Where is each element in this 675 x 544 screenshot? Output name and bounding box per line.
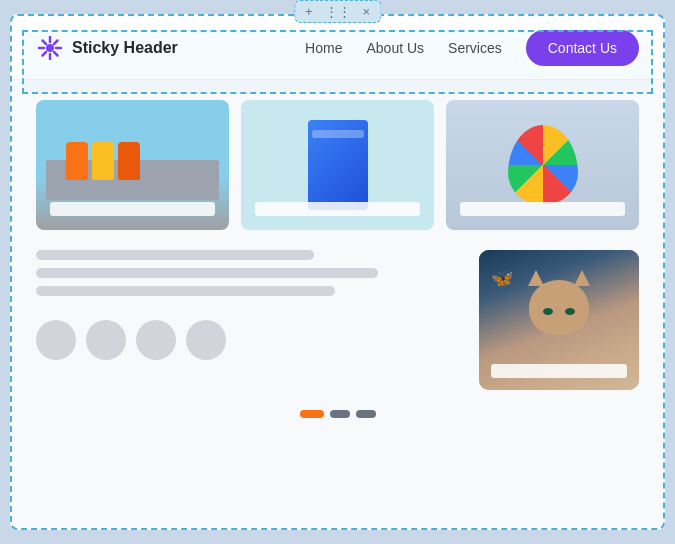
tank-1 (66, 142, 88, 180)
pagination (36, 410, 639, 426)
cat-eye-left (543, 308, 553, 315)
browser-toolbar: + ⋮⋮ × (294, 0, 381, 23)
card-balloon (446, 100, 639, 230)
page-content: 🦋 (12, 80, 663, 528)
pagination-dot-3[interactable] (356, 410, 376, 418)
avatar-3 (136, 320, 176, 360)
contact-button[interactable]: Contact Us (526, 30, 639, 66)
toolbar-plus-icon[interactable]: + (305, 4, 313, 19)
avatar-row (36, 320, 463, 360)
card-blue-box (241, 100, 434, 230)
nav-services[interactable]: Services (448, 40, 502, 56)
pagination-dot-2[interactable] (330, 410, 350, 418)
svg-line-8 (43, 52, 47, 56)
toolbar-grid-icon[interactable]: ⋮⋮ (325, 4, 351, 19)
avatar-1 (36, 320, 76, 360)
card-industrial (36, 100, 229, 230)
cards-row (36, 100, 639, 230)
logo-text: Sticky Header (72, 39, 178, 57)
logo-icon (36, 34, 64, 62)
cat-card: 🦋 (479, 250, 639, 390)
industrial-tanks (66, 142, 140, 180)
nav-links: Home About Us Services (305, 40, 502, 56)
skeleton-line-3 (36, 286, 335, 296)
logo-area: Sticky Header (36, 34, 178, 62)
card-bar-balloon (460, 202, 625, 216)
skeleton-line-1 (36, 250, 314, 260)
skeleton-line-2 (36, 268, 378, 278)
skeleton-lines (36, 250, 463, 296)
avatar-4 (186, 320, 226, 360)
bottom-section: 🦋 (36, 250, 639, 390)
left-content (36, 250, 463, 360)
navbar: Sticky Header Home About Us Services Con… (12, 16, 663, 80)
butterfly-icon: 🦋 (491, 268, 513, 290)
cat-eye-right (565, 308, 575, 315)
cat-head (529, 280, 589, 335)
svg-line-7 (54, 40, 58, 44)
toolbar-close-icon[interactable]: × (363, 4, 371, 19)
avatar-2 (86, 320, 126, 360)
tank-2 (92, 142, 114, 180)
cat-bar (491, 364, 627, 378)
balloon-shape (508, 125, 578, 205)
cat-face (524, 270, 594, 340)
svg-line-6 (54, 52, 58, 56)
blue-box-shape (308, 120, 368, 210)
dashed-frame: Sticky Header Home About Us Services Con… (10, 14, 665, 530)
cat-ear-right (574, 270, 590, 286)
tank-3 (118, 142, 140, 180)
pagination-dot-1[interactable] (300, 410, 324, 418)
svg-point-0 (46, 44, 54, 52)
card-bar-blue (255, 202, 420, 216)
svg-line-5 (43, 40, 47, 44)
nav-home[interactable]: Home (305, 40, 342, 56)
card-bar-industrial (50, 202, 215, 216)
browser-wrapper: + ⋮⋮ × Sticky Heade (0, 0, 675, 544)
nav-about[interactable]: About Us (366, 40, 424, 56)
